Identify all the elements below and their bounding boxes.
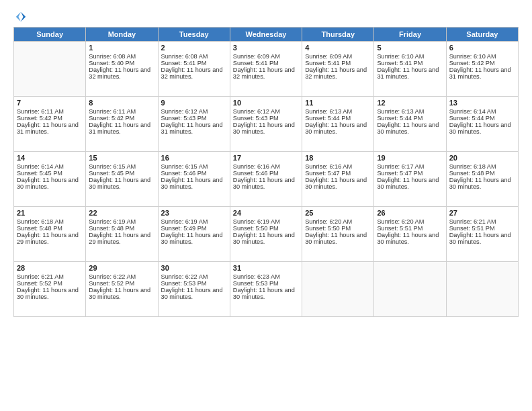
day-number: 3: [233, 44, 299, 52]
sunrise-text: Sunrise: 6:21 AM: [449, 218, 515, 225]
calendar-header-row: SundayMondayTuesdayWednesdayThursdayFrid…: [14, 28, 519, 42]
sunset-text: Sunset: 5:41 PM: [377, 60, 443, 66]
sunrise-text: Sunrise: 6:08 AM: [161, 53, 227, 60]
calendar-cell: [374, 262, 446, 317]
calendar-cell: 28Sunrise: 6:21 AMSunset: 5:52 PMDayligh…: [14, 262, 86, 317]
day-number: 20: [449, 154, 515, 162]
sunrise-text: Sunrise: 6:18 AM: [449, 163, 515, 170]
daylight-text: Daylight: 11 hours and 30 minutes.: [233, 232, 299, 245]
sunset-text: Sunset: 5:47 PM: [305, 170, 371, 177]
sunrise-text: Sunrise: 6:15 AM: [89, 163, 154, 170]
daylight-text: Daylight: 11 hours and 30 minutes.: [449, 122, 515, 135]
calendar-header-wednesday: Wednesday: [230, 28, 302, 42]
calendar-header-thursday: Thursday: [302, 28, 374, 42]
daylight-text: Daylight: 11 hours and 30 minutes.: [17, 287, 83, 300]
sunrise-text: Sunrise: 6:17 AM: [377, 163, 443, 170]
logo: [13, 11, 27, 23]
calendar-cell: 4Sunrise: 6:09 AMSunset: 5:41 PMDaylight…: [302, 42, 374, 97]
calendar-cell: [14, 42, 86, 97]
day-number: 8: [89, 99, 154, 107]
calendar-cell: 17Sunrise: 6:16 AMSunset: 5:46 PMDayligh…: [230, 152, 302, 207]
sunset-text: Sunset: 5:51 PM: [377, 225, 443, 232]
sunrise-text: Sunrise: 6:14 AM: [17, 163, 83, 170]
day-number: 30: [161, 264, 227, 272]
day-number: 22: [89, 209, 154, 217]
sunrise-text: Sunrise: 6:14 AM: [449, 108, 515, 115]
daylight-text: Daylight: 11 hours and 30 minutes.: [233, 287, 299, 300]
daylight-text: Daylight: 11 hours and 31 minutes.: [377, 66, 443, 80]
calendar-week-row: 1Sunrise: 6:08 AMSunset: 5:40 PMDaylight…: [14, 42, 519, 97]
sunrise-text: Sunrise: 6:10 AM: [449, 53, 515, 60]
sunset-text: Sunset: 5:50 PM: [305, 225, 371, 232]
day-number: 9: [161, 99, 227, 107]
daylight-text: Daylight: 11 hours and 30 minutes.: [377, 122, 443, 135]
daylight-text: Daylight: 11 hours and 30 minutes.: [233, 122, 299, 135]
daylight-text: Daylight: 11 hours and 30 minutes.: [305, 177, 371, 190]
day-number: 7: [17, 99, 83, 107]
calendar-cell: 14Sunrise: 6:14 AMSunset: 5:45 PMDayligh…: [14, 152, 86, 207]
day-number: 26: [377, 209, 443, 217]
calendar-cell: 31Sunrise: 6:23 AMSunset: 5:53 PMDayligh…: [230, 262, 302, 317]
sunrise-text: Sunrise: 6:18 AM: [17, 218, 83, 225]
sunset-text: Sunset: 5:53 PM: [233, 280, 299, 287]
day-number: 13: [449, 99, 515, 107]
day-number: 27: [449, 209, 515, 217]
calendar-header-saturday: Saturday: [446, 28, 518, 42]
calendar-cell: 13Sunrise: 6:14 AMSunset: 5:44 PMDayligh…: [446, 97, 518, 152]
daylight-text: Daylight: 11 hours and 32 minutes.: [305, 66, 371, 80]
sunrise-text: Sunrise: 6:08 AM: [89, 53, 154, 60]
sunset-text: Sunset: 5:52 PM: [89, 280, 154, 287]
daylight-text: Daylight: 11 hours and 30 minutes.: [89, 177, 154, 190]
sunset-text: Sunset: 5:43 PM: [233, 115, 299, 122]
daylight-text: Daylight: 11 hours and 29 minutes.: [17, 232, 83, 245]
sunrise-text: Sunrise: 6:19 AM: [233, 218, 299, 225]
day-number: 6: [449, 44, 515, 52]
daylight-text: Daylight: 11 hours and 30 minutes.: [161, 287, 227, 300]
sunset-text: Sunset: 5:48 PM: [449, 170, 515, 177]
calendar-cell: 5Sunrise: 6:10 AMSunset: 5:41 PMDaylight…: [374, 42, 446, 97]
sunset-text: Sunset: 5:46 PM: [233, 170, 299, 177]
calendar-cell: 21Sunrise: 6:18 AMSunset: 5:48 PMDayligh…: [14, 207, 86, 262]
sunset-text: Sunset: 5:43 PM: [161, 115, 227, 122]
sunset-text: Sunset: 5:49 PM: [161, 225, 227, 232]
calendar-cell: 12Sunrise: 6:13 AMSunset: 5:44 PMDayligh…: [374, 97, 446, 152]
day-number: 17: [233, 154, 299, 162]
calendar-week-row: 28Sunrise: 6:21 AMSunset: 5:52 PMDayligh…: [14, 262, 519, 317]
day-number: 2: [161, 44, 227, 52]
calendar-cell: 20Sunrise: 6:18 AMSunset: 5:48 PMDayligh…: [446, 152, 518, 207]
day-number: 24: [233, 209, 299, 217]
page: SundayMondayTuesdayWednesdayThursdayFrid…: [0, 0, 532, 411]
sunrise-text: Sunrise: 6:19 AM: [89, 218, 154, 225]
daylight-text: Daylight: 11 hours and 31 minutes.: [161, 122, 227, 135]
day-number: 21: [17, 209, 83, 217]
daylight-text: Daylight: 11 hours and 30 minutes.: [233, 177, 299, 190]
calendar-week-row: 14Sunrise: 6:14 AMSunset: 5:45 PMDayligh…: [14, 152, 519, 207]
sunrise-text: Sunrise: 6:12 AM: [161, 108, 227, 115]
calendar-cell: 25Sunrise: 6:20 AMSunset: 5:50 PMDayligh…: [302, 207, 374, 262]
calendar-cell: 2Sunrise: 6:08 AMSunset: 5:41 PMDaylight…: [158, 42, 230, 97]
day-number: 25: [305, 209, 371, 217]
daylight-text: Daylight: 11 hours and 30 minutes.: [449, 177, 515, 190]
sunrise-text: Sunrise: 6:20 AM: [377, 218, 443, 225]
day-number: 18: [305, 154, 371, 162]
sunrise-text: Sunrise: 6:22 AM: [89, 273, 154, 280]
day-number: 1: [89, 44, 154, 52]
calendar-cell: [446, 262, 518, 317]
calendar-table: SundayMondayTuesdayWednesdayThursdayFrid…: [13, 27, 519, 317]
sunset-text: Sunset: 5:47 PM: [377, 170, 443, 177]
sunrise-text: Sunrise: 6:11 AM: [17, 108, 83, 115]
calendar-cell: 6Sunrise: 6:10 AMSunset: 5:42 PMDaylight…: [446, 42, 518, 97]
day-number: 15: [89, 154, 154, 162]
calendar-cell: 29Sunrise: 6:22 AMSunset: 5:52 PMDayligh…: [86, 262, 158, 317]
calendar-header-tuesday: Tuesday: [158, 28, 230, 42]
day-number: 29: [89, 264, 154, 272]
daylight-text: Daylight: 11 hours and 30 minutes.: [89, 287, 154, 300]
daylight-text: Daylight: 11 hours and 32 minutes.: [233, 66, 299, 80]
calendar-cell: 10Sunrise: 6:12 AMSunset: 5:43 PMDayligh…: [230, 97, 302, 152]
sunrise-text: Sunrise: 6:19 AM: [161, 218, 227, 225]
calendar-cell: 30Sunrise: 6:22 AMSunset: 5:53 PMDayligh…: [158, 262, 230, 317]
daylight-text: Daylight: 11 hours and 32 minutes.: [161, 66, 227, 80]
calendar-cell: 15Sunrise: 6:15 AMSunset: 5:45 PMDayligh…: [86, 152, 158, 207]
sunrise-text: Sunrise: 6:13 AM: [377, 108, 443, 115]
day-number: 10: [233, 99, 299, 107]
